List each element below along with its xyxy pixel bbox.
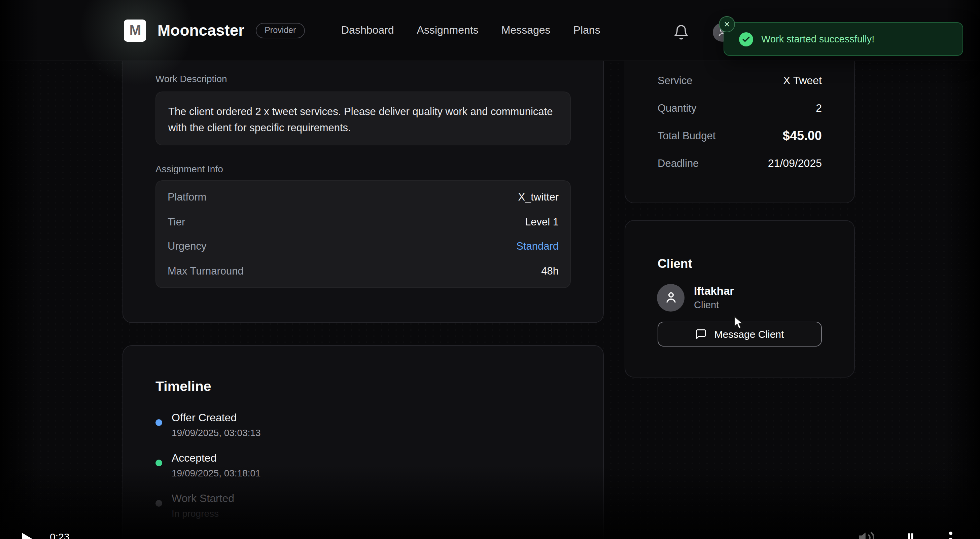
play-icon[interactable] — [22, 533, 37, 539]
info-label: Platform — [168, 191, 206, 204]
info-value-urgency: Standard — [516, 240, 558, 253]
video-current-time: 0:23 — [50, 531, 69, 539]
order-summary-rows: Service X Tweet Quantity 2 Total Budget … — [625, 67, 854, 177]
info-row-tier: Tier Level 1 — [156, 210, 570, 234]
timeline-event-accepted: Accepted 19/09/2025, 03:18:01 — [156, 450, 261, 480]
timeline-events: Offer Created 19/09/2025, 03:03:13 Accep… — [156, 410, 261, 520]
toast-message: Work started successfully! — [761, 33, 874, 45]
order-value: X Tweet — [783, 74, 822, 86]
timeline-event-offer-created: Offer Created 19/09/2025, 03:03:13 — [156, 410, 261, 439]
order-value-total-budget: $45.00 — [783, 128, 822, 143]
info-label: Urgency — [168, 240, 206, 253]
brand-name: Mooncaster — [158, 21, 244, 39]
info-value: X_twitter — [518, 191, 558, 204]
provider-role-badge: Provider — [256, 22, 305, 38]
toast-close-icon[interactable]: ✕ — [719, 16, 735, 32]
message-client-button[interactable]: Message Client — [658, 322, 822, 347]
info-row-platform: Platform X_twitter — [156, 185, 570, 210]
nav-item-plans[interactable]: Plans — [573, 24, 600, 37]
assignment-info-box: Platform X_twitter Tier Level 1 Urgency … — [156, 180, 571, 288]
order-value: 2 — [816, 102, 822, 114]
event-title: Offer Created — [172, 411, 261, 425]
order-label: Service — [658, 74, 692, 86]
event-timestamp: 19/09/2025, 03:18:01 — [172, 466, 261, 480]
info-label: Tier — [168, 216, 185, 228]
order-label: Total Budget — [658, 130, 716, 142]
order-value: 21/09/2025 — [768, 157, 822, 169]
mooncaster-logo-icon[interactable]: M — [124, 19, 146, 41]
timeline-dot-icon — [156, 419, 162, 426]
assignment-info-label: Assignment Info — [156, 164, 223, 174]
chat-bubble-icon — [695, 328, 707, 340]
main-nav: Dashboard Assignments Messages Plans — [341, 0, 600, 60]
work-description-text: The client ordered 2 x tweet services. P… — [156, 92, 571, 145]
message-client-label: Message Client — [714, 328, 784, 340]
order-row-total-budget: Total Budget $45.00 — [625, 122, 854, 149]
brand: M Mooncaster Provider — [124, 0, 305, 60]
nav-item-assignments[interactable]: Assignments — [417, 24, 479, 37]
client-card: Client Iftakhar Client Me — [625, 220, 855, 377]
timeline-dot-icon — [156, 500, 162, 507]
kebab-menu-icon[interactable] — [949, 532, 953, 539]
picture-in-picture-icon[interactable] — [903, 531, 918, 539]
client-role: Client — [694, 298, 734, 312]
timeline-title: Timeline — [156, 378, 212, 394]
info-row-max-turnaround: Max Turnaround 48h — [156, 259, 570, 283]
nav-item-messages[interactable]: Messages — [501, 24, 550, 37]
order-row-quantity: Quantity 2 — [625, 94, 854, 122]
client-card-title: Client — [658, 256, 692, 271]
info-value: Level 1 — [525, 216, 558, 228]
event-status: In progress — [172, 507, 234, 520]
order-summary-card: Service X Tweet Quantity 2 Total Budget … — [625, 39, 855, 203]
client-avatar-icon — [657, 284, 684, 311]
info-row-urgency: Urgency Standard — [156, 234, 570, 259]
client-name: Iftakhar — [694, 283, 734, 298]
check-circle-icon — [739, 32, 753, 46]
timeline-event-work-started: Work Started In progress — [156, 491, 261, 520]
video-frame: M Mooncaster Provider Dashboard Assignme… — [0, 0, 980, 539]
nav-item-dashboard[interactable]: Dashboard — [341, 24, 394, 37]
timeline-card: Timeline Offer Created 19/09/2025, 03:03… — [123, 345, 604, 539]
volume-icon[interactable] — [858, 529, 875, 539]
event-title: Accepted — [172, 452, 261, 465]
bell-icon[interactable] — [673, 24, 689, 40]
info-label: Max Turnaround — [168, 265, 243, 277]
app-viewport: M Mooncaster Provider Dashboard Assignme… — [0, 0, 980, 539]
event-timestamp: 19/09/2025, 03:03:13 — [172, 426, 261, 439]
order-row-deadline: Deadline 21/09/2025 — [625, 149, 854, 177]
info-value: 48h — [541, 265, 558, 277]
success-toast: Work started successfully! — [724, 22, 963, 56]
timeline-dot-icon — [156, 460, 162, 466]
order-label: Quantity — [658, 102, 696, 114]
work-description-label: Work Description — [156, 73, 227, 84]
order-row-service: Service X Tweet — [625, 67, 854, 94]
assignment-details-card: Work Description The client ordered 2 x … — [123, 39, 604, 323]
client-profile: Iftakhar Client — [657, 283, 734, 312]
order-label: Deadline — [658, 157, 698, 169]
event-title: Work Started — [172, 492, 234, 506]
